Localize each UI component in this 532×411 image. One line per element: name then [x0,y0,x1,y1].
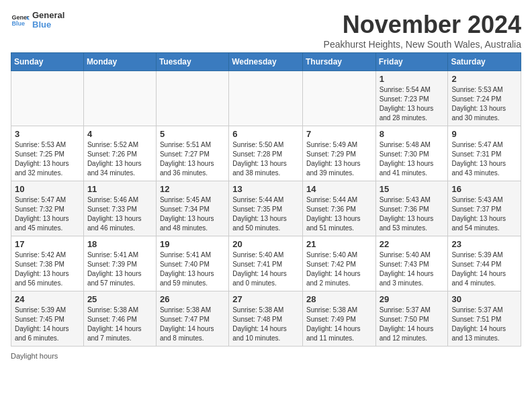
calendar-cell: 16Sunrise: 5:43 AM Sunset: 7:37 PM Dayli… [448,181,521,236]
day-number: 15 [380,184,445,194]
calendar-cell: 6Sunrise: 5:50 AM Sunset: 7:28 PM Daylig… [229,126,303,181]
calendar-cell: 15Sunrise: 5:43 AM Sunset: 7:36 PM Dayli… [375,181,448,236]
day-number: 1 [380,74,445,84]
day-number: 2 [451,74,517,84]
day-info: Sunrise: 5:47 AM Sunset: 7:32 PM Dayligh… [15,195,80,233]
day-info: Sunrise: 5:39 AM Sunset: 7:45 PM Dayligh… [15,306,80,343]
day-number: 19 [160,239,225,249]
day-number: 25 [87,294,152,304]
day-number: 12 [160,184,225,194]
calendar-cell: 29Sunrise: 5:37 AM Sunset: 7:50 PM Dayli… [375,291,448,347]
day-info: Sunrise: 5:52 AM Sunset: 7:26 PM Dayligh… [87,140,152,178]
weekday-header-wednesday: Wednesday [229,53,303,71]
calendar-week-4: 17Sunrise: 5:42 AM Sunset: 7:38 PM Dayli… [11,236,521,291]
calendar-week-5: 24Sunrise: 5:39 AM Sunset: 7:45 PM Dayli… [11,291,521,347]
day-number: 30 [451,294,517,304]
calendar-cell: 2Sunrise: 5:53 AM Sunset: 7:24 PM Daylig… [448,71,521,126]
day-number: 29 [380,294,445,304]
logo-text-general: General [32,11,64,20]
calendar-cell: 27Sunrise: 5:38 AM Sunset: 7:48 PM Dayli… [229,291,303,347]
calendar-cell [11,71,84,126]
calendar-cell: 23Sunrise: 5:39 AM Sunset: 7:44 PM Dayli… [448,236,521,291]
svg-text:Blue: Blue [11,21,25,28]
calendar-cell: 17Sunrise: 5:42 AM Sunset: 7:38 PM Dayli… [11,236,84,291]
day-number: 9 [451,129,517,139]
calendar-cell: 5Sunrise: 5:51 AM Sunset: 7:27 PM Daylig… [156,126,228,181]
calendar-table: SundayMondayTuesdayWednesdayThursdayFrid… [11,52,521,347]
logo-text-blue: Blue [32,20,64,30]
weekday-header-friday: Friday [375,53,448,71]
day-info: Sunrise: 5:53 AM Sunset: 7:25 PM Dayligh… [15,140,80,178]
day-number: 27 [232,294,299,304]
weekday-header-tuesday: Tuesday [156,53,228,71]
day-number: 7 [306,129,372,139]
day-number: 4 [87,129,152,139]
weekday-header-monday: Monday [83,53,156,71]
calendar-cell: 20Sunrise: 5:40 AM Sunset: 7:41 PM Dayli… [229,236,303,291]
day-info: Sunrise: 5:39 AM Sunset: 7:44 PM Dayligh… [451,250,517,288]
day-info: Sunrise: 5:49 AM Sunset: 7:29 PM Dayligh… [306,140,372,178]
day-info: Sunrise: 5:45 AM Sunset: 7:34 PM Dayligh… [160,195,225,233]
day-info: Sunrise: 5:48 AM Sunset: 7:30 PM Dayligh… [380,140,445,178]
day-info: Sunrise: 5:38 AM Sunset: 7:47 PM Dayligh… [160,306,225,343]
calendar-cell [302,71,375,126]
day-info: Sunrise: 5:42 AM Sunset: 7:38 PM Dayligh… [15,250,80,288]
month-title: November 2024 [324,11,521,39]
day-number: 8 [380,129,445,139]
location-subtitle: Peakhurst Heights, New South Wales, Aust… [324,39,521,50]
calendar-cell: 26Sunrise: 5:38 AM Sunset: 7:47 PM Dayli… [156,291,228,347]
day-info: Sunrise: 5:38 AM Sunset: 7:46 PM Dayligh… [87,306,152,343]
day-info: Sunrise: 5:44 AM Sunset: 7:36 PM Dayligh… [306,195,372,233]
calendar-cell: 7Sunrise: 5:49 AM Sunset: 7:29 PM Daylig… [302,126,375,181]
day-number: 17 [15,239,80,249]
calendar-cell: 22Sunrise: 5:40 AM Sunset: 7:43 PM Dayli… [375,236,448,291]
day-number: 6 [232,129,299,139]
day-number: 14 [306,184,372,194]
day-info: Sunrise: 5:37 AM Sunset: 7:50 PM Dayligh… [380,306,445,343]
day-info: Sunrise: 5:43 AM Sunset: 7:36 PM Dayligh… [380,195,445,233]
calendar-cell: 19Sunrise: 5:41 AM Sunset: 7:40 PM Dayli… [156,236,228,291]
day-number: 5 [160,129,225,139]
day-info: Sunrise: 5:44 AM Sunset: 7:35 PM Dayligh… [232,195,299,233]
calendar-cell: 4Sunrise: 5:52 AM Sunset: 7:26 PM Daylig… [83,126,156,181]
calendar-cell: 3Sunrise: 5:53 AM Sunset: 7:25 PM Daylig… [11,126,84,181]
day-info: Sunrise: 5:40 AM Sunset: 7:42 PM Dayligh… [306,250,372,288]
page-header: General Blue General Blue November 2024 … [11,11,521,50]
day-info: Sunrise: 5:43 AM Sunset: 7:37 PM Dayligh… [451,195,517,233]
day-info: Sunrise: 5:41 AM Sunset: 7:40 PM Dayligh… [160,250,225,288]
calendar-cell [229,71,303,126]
day-number: 26 [160,294,225,304]
calendar-cell: 8Sunrise: 5:48 AM Sunset: 7:30 PM Daylig… [375,126,448,181]
calendar-cell: 21Sunrise: 5:40 AM Sunset: 7:42 PM Dayli… [302,236,375,291]
calendar-week-2: 3Sunrise: 5:53 AM Sunset: 7:25 PM Daylig… [11,126,521,181]
day-info: Sunrise: 5:50 AM Sunset: 7:28 PM Dayligh… [232,140,299,178]
logo: General Blue General Blue [11,11,64,30]
day-number: 24 [15,294,80,304]
calendar-week-3: 10Sunrise: 5:47 AM Sunset: 7:32 PM Dayli… [11,181,521,236]
calendar-header-row: SundayMondayTuesdayWednesdayThursdayFrid… [11,53,521,71]
day-info: Sunrise: 5:40 AM Sunset: 7:41 PM Dayligh… [232,250,299,288]
calendar-cell [83,71,156,126]
day-info: Sunrise: 5:37 AM Sunset: 7:51 PM Dayligh… [451,306,517,343]
day-info: Sunrise: 5:46 AM Sunset: 7:33 PM Dayligh… [87,195,152,233]
day-number: 3 [15,129,80,139]
day-info: Sunrise: 5:54 AM Sunset: 7:23 PM Dayligh… [380,85,445,123]
calendar-cell: 9Sunrise: 5:47 AM Sunset: 7:31 PM Daylig… [448,126,521,181]
calendar-week-1: 1Sunrise: 5:54 AM Sunset: 7:23 PM Daylig… [11,71,521,126]
day-number: 23 [451,239,517,249]
title-block: November 2024 Peakhurst Heights, New Sou… [324,11,521,50]
day-info: Sunrise: 5:40 AM Sunset: 7:43 PM Dayligh… [380,250,445,288]
calendar-cell: 25Sunrise: 5:38 AM Sunset: 7:46 PM Dayli… [83,291,156,347]
day-number: 16 [451,184,517,194]
calendar-cell: 13Sunrise: 5:44 AM Sunset: 7:35 PM Dayli… [229,181,303,236]
day-number: 11 [87,184,152,194]
logo-icon: General Blue [11,11,30,30]
footer-note: Daylight hours [11,352,521,360]
day-number: 13 [232,184,299,194]
weekday-header-saturday: Saturday [448,53,521,71]
day-info: Sunrise: 5:38 AM Sunset: 7:48 PM Dayligh… [232,306,299,343]
weekday-header-sunday: Sunday [11,53,84,71]
day-number: 20 [232,239,299,249]
calendar-cell: 10Sunrise: 5:47 AM Sunset: 7:32 PM Dayli… [11,181,84,236]
day-number: 10 [15,184,80,194]
